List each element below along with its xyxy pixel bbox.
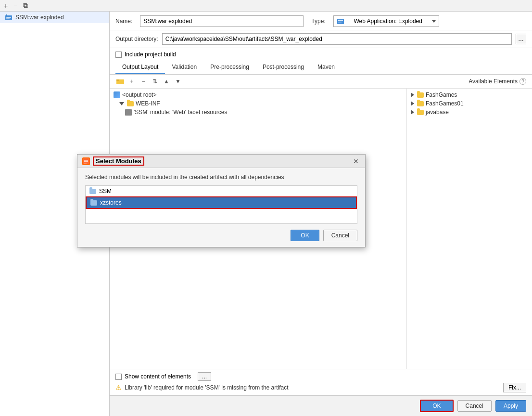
modal-title-icon (82, 157, 90, 165)
svg-rect-10 (84, 160, 88, 161)
module-folder-icon-xzstores (90, 200, 97, 206)
modal-titlebar: Select Modules ✕ (77, 155, 365, 168)
modal-title: Select Modules (82, 156, 144, 166)
modal-description: Selected modules will be included in the… (85, 174, 357, 181)
modal-buttons: OK Cancel (85, 230, 357, 241)
module-list-item-xzstores[interactable]: xzstores (86, 196, 357, 209)
modal-close-btn[interactable]: ✕ (352, 157, 360, 166)
module-item-label-xzstores: xzstores (100, 199, 122, 206)
module-item-label-ssm: SSM (99, 188, 112, 195)
select-modules-dialog: Select Modules ✕ Selected modules will b… (77, 154, 366, 247)
svg-rect-12 (84, 163, 87, 164)
module-list-item-ssm[interactable]: SSM (86, 186, 357, 196)
module-folder-icon-ssm (89, 189, 96, 194)
module-list: SSM xzstores (85, 185, 357, 224)
modal-overlay: Select Modules ✕ Selected modules will b… (0, 0, 532, 416)
modal-ok-btn[interactable]: OK (291, 230, 319, 241)
svg-rect-11 (84, 161, 88, 162)
modal-cancel-btn[interactable]: Cancel (323, 230, 357, 241)
modal-body: Selected modules will be included in the… (77, 168, 365, 247)
modal-title-text: Select Modules (93, 156, 144, 166)
